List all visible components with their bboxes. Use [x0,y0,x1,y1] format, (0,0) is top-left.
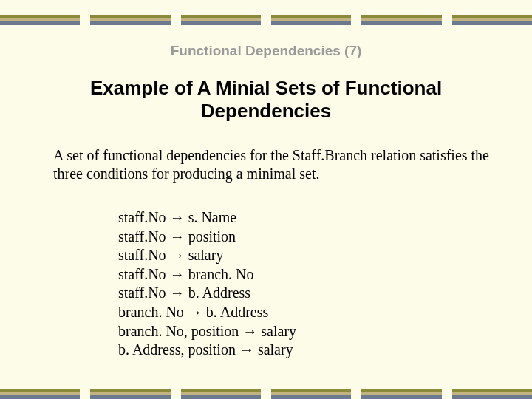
slide-body: A set of functional dependencies for the… [53,146,489,183]
fd-item: staff.No → salary [118,246,296,265]
arrow-icon: → [242,323,257,339]
arrow-icon: → [170,228,185,245]
arrow-icon: → [188,304,202,320]
arrow-icon: → [170,247,185,263]
fd-item: staff.No → b. Address [118,284,296,303]
slide-title: Example of A Minial Sets of Functional D… [59,77,473,123]
fd-item: staff.No → s. Name [118,208,296,228]
decorative-bar-top [0,15,532,25]
arrow-icon: → [170,284,185,301]
breadcrumb: Functional Dependencies (7) [0,43,532,59]
fd-item: branch. No, position → salary [118,322,296,341]
fd-item: staff.No → branch. No [118,265,296,284]
fd-list: staff.No → s. Name staff.No → position s… [118,208,296,360]
fd-item: branch. No → b. Address [118,303,296,322]
fd-item: b. Address, position → salary [118,341,296,360]
arrow-icon: → [170,209,185,225]
decorative-bar-bottom [0,389,532,399]
fd-item: staff.No → position [118,228,296,247]
arrow-icon: → [239,341,254,358]
arrow-icon: → [170,266,185,282]
